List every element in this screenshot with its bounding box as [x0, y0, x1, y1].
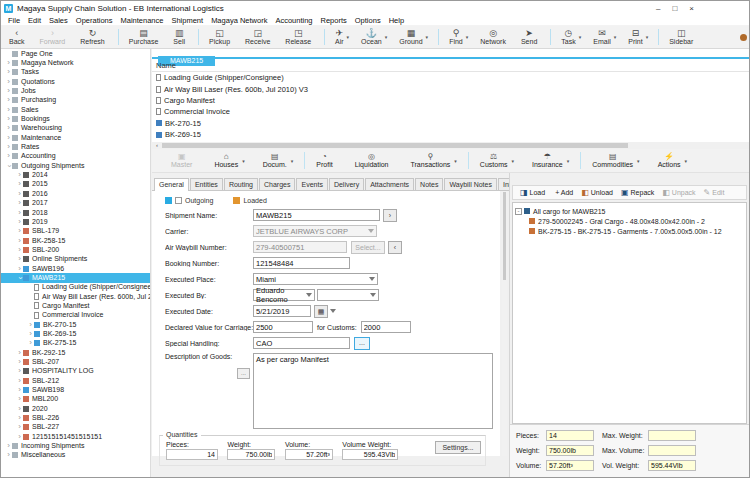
tree-expander-icon[interactable] — [5, 78, 12, 86]
sidebar-tree-item[interactable]: SBL-212 — [1, 376, 150, 385]
cargo-unload-button[interactable]: ◧ Unload — [577, 188, 617, 197]
document-list-item[interactable]: Cargo Manifest — [152, 95, 749, 106]
tree-expander-icon[interactable] — [16, 227, 23, 235]
tree-expander-icon[interactable] — [5, 143, 12, 151]
toolbar-button[interactable] — [438, 29, 439, 45]
ocean-button[interactable]: ⚓ Ocean ▾ — [355, 26, 393, 48]
form-tab[interactable]: Delivery — [329, 178, 364, 190]
menu-item[interactable]: Reports — [317, 16, 351, 25]
sidebar-tree-item[interactable]: Jobs — [1, 86, 150, 95]
tree-expander-icon[interactable] — [5, 87, 12, 95]
scrollbar-thumb[interactable] — [162, 143, 628, 148]
volume-input[interactable] — [285, 449, 333, 460]
pieces-input[interactable] — [166, 449, 218, 460]
tree-expander-icon[interactable] — [5, 96, 12, 104]
tree-expander-icon[interactable] — [5, 451, 12, 459]
tree-expander-icon[interactable] — [5, 106, 12, 114]
purchase-button[interactable]: ▤ Purchase — [123, 26, 168, 48]
totals-value-input[interactable] — [648, 430, 696, 441]
release-button[interactable]: ◳ Release — [279, 26, 320, 48]
sidebar-tree-item[interactable]: Warehousing — [1, 124, 150, 133]
ribbon-commodities[interactable]: ▤ Commodities ▾ — [583, 152, 648, 169]
tree-expander-icon[interactable] — [16, 255, 23, 263]
ribbon-houses[interactable]: ⌂ Houses ▾ — [205, 152, 253, 169]
tree-expander-icon[interactable] — [5, 152, 12, 160]
sidebar-tree-item[interactable]: 2017 — [1, 199, 150, 208]
sidebar-tree-item[interactable]: BK-292-15 — [1, 348, 150, 357]
air-waybill-input[interactable] — [253, 241, 347, 253]
sidebar-tree-item[interactable]: 2015 — [1, 180, 150, 189]
tree-expander-icon[interactable] — [27, 330, 34, 338]
tree-expander-icon[interactable] — [5, 124, 12, 132]
menu-item[interactable]: Sales — [45, 16, 72, 25]
cargo-repack-button[interactable]: ▣ Repack — [617, 188, 658, 197]
toolbar-button[interactable] — [550, 29, 551, 45]
ribbon-button[interactable] — [304, 152, 305, 169]
sidebar-button[interactable]: ◫ Sidebar — [663, 26, 702, 48]
sidebar-tree-item[interactable]: Accounting — [1, 152, 150, 161]
air-waybill-select-button[interactable]: Select... — [351, 241, 385, 254]
column-header-name[interactable]: Name — [152, 59, 749, 72]
ground-button[interactable]: ▦ Ground ▾ — [393, 26, 434, 48]
cargo-load-button[interactable]: ◨ Load — [516, 188, 549, 197]
ribbon-customs[interactable]: ⚖ Customs ▾ — [471, 152, 523, 169]
scrollbar-thumb[interactable] — [503, 192, 506, 280]
tree-expander-icon[interactable] — [5, 59, 12, 67]
menu-item[interactable]: Shipment — [167, 16, 207, 25]
menu-item[interactable]: Operations — [72, 16, 117, 25]
totals-value-input[interactable] — [546, 460, 594, 471]
document-list-item[interactable]: Air Way Bill Laser (Res. 600b, Jul 2010)… — [152, 83, 749, 94]
send-button[interactable]: ➤ Send — [515, 26, 546, 48]
sidebar-tree-item[interactable]: 2014 — [1, 170, 150, 179]
menu-item[interactable]: Edit — [24, 16, 45, 25]
tree-expander-icon[interactable] — [16, 180, 23, 188]
document-list-item[interactable]: BK-270-15 — [152, 118, 749, 129]
cargo-unpack-button[interactable]: ◧ Unpack — [658, 188, 699, 197]
sidebar-tree-item[interactable]: 2018 — [1, 208, 150, 217]
executed-place-select[interactable]: Miami — [253, 273, 378, 285]
tree-expander-icon[interactable] — [16, 246, 23, 254]
sidebar-tree-item[interactable]: Rates — [1, 142, 150, 151]
cargo-add-button[interactable]: + Add — [549, 189, 577, 196]
special-handling-ellipsis-button[interactable]: ... — [354, 337, 370, 350]
form-tab[interactable]: Routing — [224, 178, 258, 190]
toolbar-button[interactable] — [324, 29, 325, 45]
description-textarea[interactable]: As per cargo Manifest — [253, 353, 493, 429]
menu-item[interactable]: Options — [351, 16, 385, 25]
document-list-item[interactable]: Loading Guide (Shipper/Consignee) — [152, 72, 749, 83]
declared-customs-input[interactable] — [361, 321, 411, 333]
ribbon-actions[interactable]: ⚡ Actions ▾ — [649, 152, 696, 169]
sidebar-tree-item[interactable]: Bookings — [1, 114, 150, 123]
tree-expander-icon[interactable] — [16, 209, 23, 217]
sidebar-tree-item[interactable]: BK-275-15 — [1, 339, 150, 348]
tree-expander-icon[interactable] — [16, 237, 23, 245]
sidebar-tree-item[interactable]: Air Way Bill Laser (Res. 600b, Jul 2010)… — [1, 292, 150, 301]
sidebar-tree-item[interactable]: Incoming Shipments — [1, 441, 150, 450]
executed-by-secondary-select[interactable] — [317, 289, 379, 301]
sidebar-tree-item[interactable]: MAWB215 — [1, 273, 150, 282]
tree-expander-icon[interactable] — [16, 218, 23, 226]
form-tab[interactable]: Events — [296, 178, 327, 190]
tree-expander-icon[interactable] — [16, 423, 23, 431]
booking-number-input[interactable] — [253, 257, 350, 269]
back-button[interactable]: ‹ Back — [3, 26, 34, 48]
air-button[interactable]: ✈ Air ▾ — [329, 26, 355, 48]
form-tab[interactable]: Entities — [190, 178, 223, 190]
tree-expander-icon[interactable] — [5, 115, 12, 123]
sidebar-tree-item[interactable]: SAWB198 — [1, 385, 150, 394]
sidebar-tree-item[interactable]: SBL-200 — [1, 245, 150, 254]
sidebar-tree-item[interactable]: Quotations — [1, 77, 150, 86]
close-icon[interactable]: × — [689, 4, 694, 13]
pickup-button[interactable]: ◱ Pickup — [203, 26, 239, 48]
sidebar-tree-item[interactable]: Outgoing Shipments — [1, 161, 150, 170]
email-button[interactable]: ✉ Email ▾ — [587, 26, 622, 48]
document-list-item[interactable]: Commercial Invoice — [152, 106, 749, 117]
ribbon-documents[interactable]: ▤ Docum. ▾ — [254, 152, 303, 169]
sidebar-tree-item[interactable]: Miscellaneous — [1, 451, 150, 460]
sidebar-tree-item[interactable]: 2020 — [1, 404, 150, 413]
tree-expander-icon[interactable] — [16, 190, 23, 198]
sidebar-tree-item[interactable]: Cargo Manifest — [1, 301, 150, 310]
scroll-left-icon[interactable]: ‹ — [152, 142, 162, 149]
ribbon-profit[interactable]: ◔ Profit — [307, 152, 345, 169]
network-button[interactable]: ◎ Network — [474, 26, 515, 48]
